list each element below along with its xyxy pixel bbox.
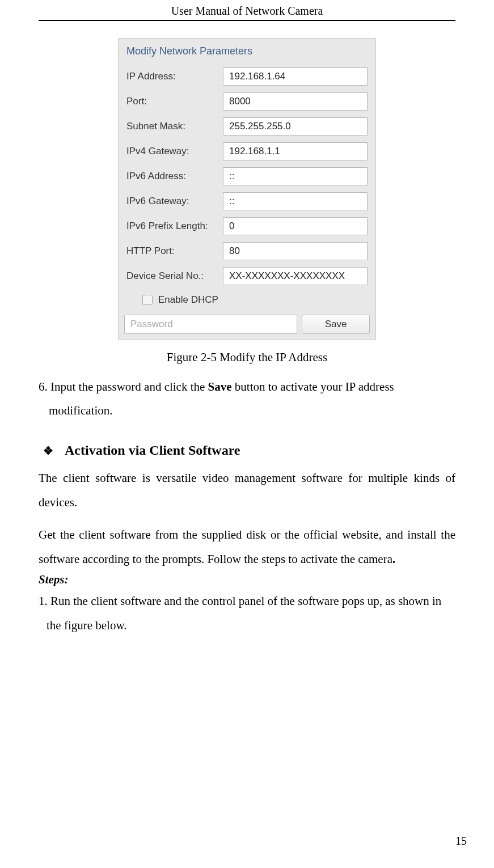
step1-line2: the figure below. bbox=[39, 613, 455, 638]
figure-caption: Figure 2-5 Modify the IP Address bbox=[39, 350, 455, 365]
row-ipv6-prefix: IPv6 Prefix Length: 0 bbox=[119, 214, 375, 239]
label-ipv4-gateway: IPv4 Gateway: bbox=[126, 146, 217, 157]
para2-period: . bbox=[392, 552, 395, 566]
dialog-title: Modify Network Parameters bbox=[119, 39, 375, 64]
section-heading-text: Activation via Client Software bbox=[65, 443, 240, 458]
label-http-port: HTTP Port: bbox=[126, 245, 217, 257]
figure-container: Modify Network Parameters IP Address: 19… bbox=[39, 38, 455, 340]
save-button[interactable]: Save bbox=[302, 315, 370, 334]
modify-network-dialog: Modify Network Parameters IP Address: 19… bbox=[118, 38, 376, 340]
steps-label: Steps: bbox=[39, 573, 455, 587]
step-6: 6. Input the password and click the Save… bbox=[39, 375, 455, 422]
row-http-port: HTTP Port: 80 bbox=[119, 239, 375, 264]
label-ipv6-gateway: IPv6 Gateway: bbox=[126, 196, 217, 207]
input-ip-address[interactable]: 192.168.1.64 bbox=[223, 67, 368, 86]
step1-line1: 1. Run the client software and the contr… bbox=[39, 589, 455, 613]
row-dhcp[interactable]: Enable DHCP bbox=[119, 289, 375, 311]
paragraph-1: The client software is versatile video m… bbox=[39, 466, 455, 515]
input-serial[interactable]: XX-XXXXXXX-XXXXXXXX bbox=[223, 267, 368, 285]
input-password[interactable]: Password bbox=[124, 315, 297, 334]
input-ipv6-address[interactable]: :: bbox=[223, 167, 368, 185]
page-number: 15 bbox=[455, 835, 467, 848]
step-1: 1. Run the client software and the contr… bbox=[39, 589, 455, 638]
row-ipv4-gateway: IPv4 Gateway: 192.168.1.1 bbox=[119, 139, 375, 164]
label-dhcp: Enable DHCP bbox=[158, 294, 218, 306]
row-ip-address: IP Address: 192.168.1.64 bbox=[119, 64, 375, 89]
row-ipv6-address: IPv6 Address: :: bbox=[119, 164, 375, 189]
label-subnet-mask: Subnet Mask: bbox=[126, 121, 217, 132]
step6-bold: Save bbox=[208, 380, 232, 393]
label-ipv6-prefix: IPv6 Prefix Length: bbox=[126, 221, 217, 232]
dialog-footer: Password Save bbox=[119, 311, 375, 340]
label-port: Port: bbox=[126, 96, 217, 107]
input-port[interactable]: 8000 bbox=[223, 92, 368, 111]
step6-line2: modification. bbox=[39, 399, 455, 422]
row-port: Port: 8000 bbox=[119, 89, 375, 114]
step6-prefix: 6. Input the password and click the bbox=[39, 380, 208, 393]
step6-suffix: button to activate your IP address bbox=[232, 380, 394, 393]
input-subnet-mask[interactable]: 255.255.255.0 bbox=[223, 117, 368, 136]
diamond-icon: ❖ bbox=[43, 444, 53, 458]
paragraph-2: Get the client software from the supplie… bbox=[39, 523, 455, 571]
label-ipv6-address: IPv6 Address: bbox=[126, 171, 217, 182]
checkbox-dhcp[interactable] bbox=[142, 295, 153, 305]
label-ip-address: IP Address: bbox=[126, 71, 217, 82]
label-serial: Device Serial No.: bbox=[126, 270, 217, 282]
input-ipv4-gateway[interactable]: 192.168.1.1 bbox=[223, 142, 368, 160]
row-subnet-mask: Subnet Mask: 255.255.255.0 bbox=[119, 114, 375, 139]
input-http-port[interactable]: 80 bbox=[223, 242, 368, 260]
row-serial: Device Serial No.: XX-XXXXXXX-XXXXXXXX bbox=[119, 264, 375, 289]
row-ipv6-gateway: IPv6 Gateway: :: bbox=[119, 189, 375, 214]
input-ipv6-gateway[interactable]: :: bbox=[223, 192, 368, 210]
page-header-title: User Manual of Network Camera bbox=[39, 0, 455, 21]
section-heading: ❖ Activation via Client Software bbox=[39, 443, 455, 458]
input-ipv6-prefix[interactable]: 0 bbox=[223, 217, 368, 235]
